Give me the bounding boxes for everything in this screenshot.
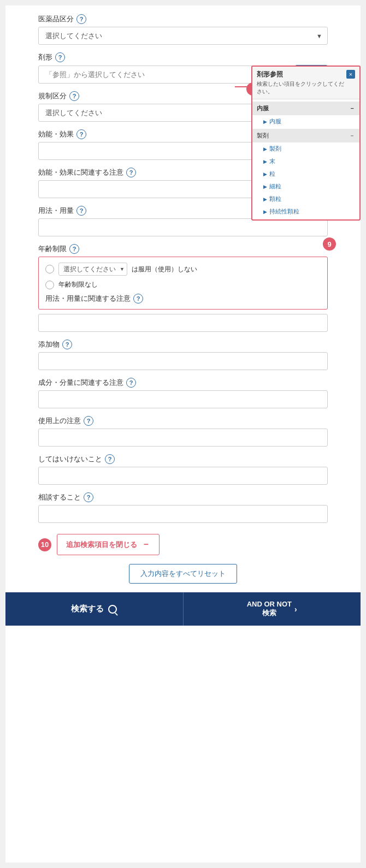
ingredient-note-input[interactable] — [38, 390, 328, 408]
ingredient-note-section: 成分・分量に関連する注意 ? — [38, 378, 328, 408]
popup-item-naifuku[interactable]: ▶ 内服 — [252, 115, 359, 128]
dosage-note-label: 用法・用量に関連する注意 ? — [45, 294, 321, 304]
consultation-help[interactable]: ? — [84, 492, 93, 502]
popup-close-button[interactable]: × — [346, 70, 355, 79]
age-restriction-label: 年齢制限 ? — [38, 244, 328, 254]
additive-section: 添加物 ? — [38, 340, 328, 370]
chevron-right-icon: › — [294, 605, 297, 614]
age-select-wrapper: 選択してください — [58, 263, 127, 276]
close-additional-wrapper: 10 追加検索項目を閉じる － — [38, 534, 328, 555]
popup-title: 剤形参照 — [257, 70, 346, 79]
dosage-note-input[interactable] — [38, 314, 328, 332]
ingredient-note-help[interactable]: ? — [126, 378, 136, 388]
popup-item-sairyu[interactable]: ▶ 細粒 — [252, 180, 359, 193]
popup-item-tsubu[interactable]: ▶ 粒 — [252, 168, 359, 180]
ingredient-note-label: 成分・分量に関連する注意 ? — [38, 378, 328, 388]
dosage-input[interactable] — [38, 218, 328, 236]
additive-label: 添加物 ? — [38, 340, 328, 349]
usage-note-help[interactable]: ? — [84, 416, 93, 426]
prohibition-label: してはいけないこと ? — [38, 454, 328, 464]
usage-note-input[interactable] — [38, 429, 328, 447]
popup-header: 剤形参照 検索したい項目をクリックしてください。 × — [252, 67, 359, 99]
efficacy-help[interactable]: ? — [76, 129, 86, 139]
search-icon — [108, 605, 117, 614]
popup-item-ekizai[interactable]: ▶ 液剤 — [252, 218, 359, 219]
footer-buttons: 検索する AND OR NOT検索 › — [5, 592, 361, 626]
age-no-limit-label: 年齢制限なし — [58, 280, 98, 289]
age-restriction-section: 年齢制限 ? 9 選択してください は服用（使用）しない 年齢制限な — [38, 244, 328, 332]
medicine-category-section: 医薬品区分 ? 選択してください — [38, 14, 328, 45]
medicine-category-select[interactable]: 選択してください — [38, 27, 328, 45]
popup-category-seizai[interactable]: 製剤 － — [252, 129, 359, 142]
age-restriction-help[interactable]: ? — [69, 244, 79, 254]
additive-help[interactable]: ? — [62, 340, 72, 349]
popup-item-karyuu[interactable]: ▶ 顆粒 — [252, 193, 359, 205]
prohibition-input[interactable] — [38, 467, 328, 485]
popup-item-matsu[interactable]: ▶ 末 — [252, 155, 359, 168]
consultation-label: 相談すること ? — [38, 492, 328, 502]
additive-input[interactable] — [38, 352, 328, 370]
regulation-class-help[interactable]: ? — [69, 91, 79, 101]
step-badge-9: 9 — [323, 237, 336, 251]
prohibition-help[interactable]: ? — [105, 454, 115, 464]
dosage-form-popup: 剤形参照 検索したい項目をクリックしてください。 × 内服 － ▶ 内服 製剤 … — [251, 66, 361, 221]
dosage-note-help[interactable]: ? — [133, 294, 143, 304]
popup-item-seizai[interactable]: ▶ 製剤 — [252, 142, 359, 155]
close-additional-button[interactable]: 追加検索項目を閉じる － — [57, 534, 160, 555]
search-button[interactable]: 検索する — [5, 592, 183, 626]
age-radio-1[interactable] — [45, 265, 54, 274]
consultation-section: 相談すること ? — [38, 492, 328, 523]
age-option-row: 選択してください は服用（使用）しない — [45, 263, 321, 276]
popup-body: 内服 － ▶ 内服 製剤 － ▶ 製剤 ▶ 末 ▶ 粒 — [252, 99, 359, 219]
age-action-text: は服用（使用）しない — [132, 265, 197, 274]
minus-icon: － — [141, 539, 150, 550]
age-select[interactable]: 選択してください — [58, 263, 127, 276]
bottom-actions: 入力内容をすべてリセット — [38, 564, 328, 584]
medicine-category-label: 医薬品区分 ? — [38, 14, 328, 24]
age-restriction-box: 選択してください は服用（使用）しない 年齢制限なし 用法・用量に関連する注意 … — [38, 257, 328, 310]
dosage-form-label: 剤形 ? — [38, 52, 328, 62]
prohibition-section: してはいけないこと ? — [38, 454, 328, 485]
dosage-form-help[interactable]: ? — [55, 52, 65, 62]
efficacy-note-help[interactable]: ? — [126, 168, 136, 177]
medicine-category-wrapper: 選択してください — [38, 27, 328, 45]
age-no-limit-row: 年齢制限なし — [45, 280, 321, 289]
dosage-help[interactable]: ? — [76, 206, 86, 216]
consultation-input[interactable] — [38, 505, 328, 523]
age-radio-2[interactable] — [45, 281, 54, 289]
popup-item-jizoku[interactable]: ▶ 持続性顆粒 — [252, 205, 359, 218]
popup-category-naifuku[interactable]: 内服 － — [252, 102, 359, 115]
step-badge-10: 10 — [38, 538, 51, 551]
and-or-not-button[interactable]: AND OR NOT検索 › — [183, 592, 361, 626]
usage-note-label: 使用上の注意 ? — [38, 416, 328, 426]
popup-subtitle: 検索したい項目をクリックしてください。 — [257, 80, 346, 96]
usage-note-section: 使用上の注意 ? — [38, 416, 328, 447]
medicine-category-help[interactable]: ? — [76, 14, 86, 24]
reset-button[interactable]: 入力内容をすべてリセット — [129, 564, 237, 584]
